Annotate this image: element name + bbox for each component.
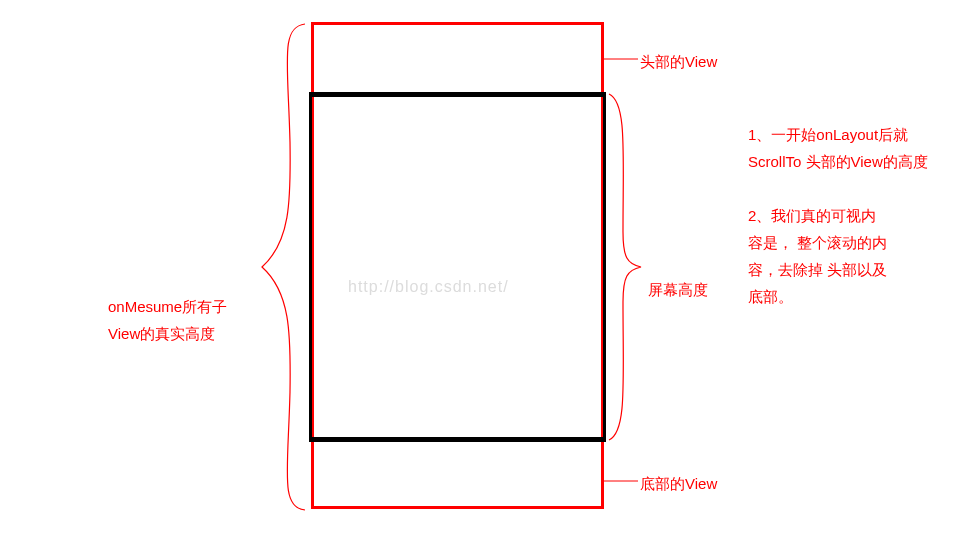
note2-line3: 容，去除掉 头部以及	[748, 261, 887, 278]
note1-line1: 1、一开始onLayout后就	[748, 126, 908, 143]
note2-line2: 容是， 整个滚动的内	[748, 234, 887, 251]
right-brace-icon	[605, 92, 645, 442]
left-brace-label: onMesume所有子 View的真实高度	[108, 293, 227, 347]
inner-rectangle	[309, 92, 606, 442]
note1-line2: ScrollTo 头部的View的高度	[748, 153, 928, 170]
left-brace-line1: onMesume所有子	[108, 298, 227, 315]
footer-connector-line	[604, 478, 640, 484]
note2-line4: 底部。	[748, 288, 793, 305]
watermark-text: http://blog.csdn.net/	[348, 278, 509, 296]
footer-view-label: 底部的View	[640, 470, 717, 497]
notes-block: 1、一开始onLayout后就 ScrollTo 头部的View的高度 2、我们…	[748, 121, 948, 310]
left-brace-line2: View的真实高度	[108, 325, 215, 342]
header-connector-line	[604, 56, 640, 62]
note2-line1: 2、我们真的可视内	[748, 207, 876, 224]
screen-height-label: 屏幕高度	[648, 276, 708, 303]
left-brace-icon	[250, 22, 310, 512]
header-view-label: 头部的View	[640, 48, 717, 75]
